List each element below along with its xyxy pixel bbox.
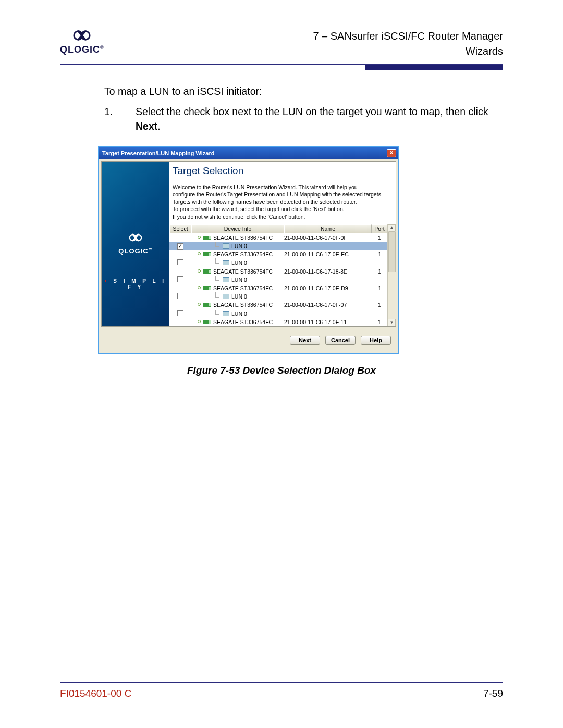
step-text: Select the check box next to the LUN on …: [136, 105, 503, 133]
scroll-up-icon[interactable]: ▲: [388, 224, 396, 231]
select-checkbox[interactable]: ✓: [177, 243, 183, 250]
port-cell: 1: [372, 268, 387, 275]
device-label: SEAGATE ST336754FC: [213, 302, 273, 308]
lun-row[interactable]: ✓LUN 0: [169, 242, 387, 250]
dialog-titlebar[interactable]: Target Presentation/LUN Mapping Wizard ×: [99, 147, 398, 159]
expand-icon[interactable]: [198, 269, 201, 273]
name-cell: 21-00-00-11-C6-17-0E-EC: [284, 251, 372, 257]
device-label: SEAGATE ST336754FC: [213, 251, 273, 257]
dialog-title: Target Presentation/LUN Mapping Wizard: [102, 150, 214, 156]
panel-title: Target Selection: [169, 162, 396, 180]
select-checkbox[interactable]: [177, 259, 183, 265]
help-button[interactable]: Help: [361, 336, 391, 345]
disk-icon: [203, 303, 211, 307]
device-label: SEAGATE ST336754FC: [213, 235, 273, 241]
disk-icon: [203, 269, 211, 274]
document-number: FI0154601-00 C: [60, 688, 131, 699]
name-cell: 21-00-00-11-C6-17-0F-11: [284, 319, 372, 325]
vertical-scrollbar[interactable]: ▲ ▼: [387, 224, 396, 326]
device-table: Select Device Info Name Port SEAGATE ST3…: [169, 224, 396, 326]
scroll-thumb[interactable]: [388, 231, 396, 272]
name-cell: 21-00-00-11-C6-17-0E-D9: [284, 285, 372, 291]
disk-icon: [203, 252, 211, 256]
expand-icon[interactable]: [198, 252, 201, 255]
device-label: SEAGATE ST336754FC: [213, 319, 273, 325]
side-brand-text: QLOGIC™: [118, 247, 152, 255]
qlogic-icon: [71, 29, 92, 42]
port-cell: 1: [372, 285, 387, 291]
device-label: SEAGATE ST336754FC: [213, 285, 273, 291]
scroll-down-icon[interactable]: ▼: [388, 319, 396, 326]
side-tagline: • S I M P L I F Y: [102, 278, 169, 290]
port-cell: 1: [372, 319, 387, 325]
lun-icon: [223, 243, 229, 249]
select-checkbox[interactable]: [177, 310, 183, 316]
lun-row[interactable]: LUN 0: [169, 292, 387, 301]
target-row[interactable]: SEAGATE ST336754FC21-00-00-11-C6-17-0F-0…: [169, 233, 387, 242]
col-port[interactable]: Port: [372, 224, 387, 233]
cancel-button[interactable]: Cancel: [325, 336, 356, 345]
next-button[interactable]: Next: [290, 336, 320, 345]
lun-label: LUN 0: [231, 277, 247, 283]
qlogic-icon: [128, 232, 143, 243]
disk-icon: [203, 286, 211, 290]
expand-icon[interactable]: [198, 320, 201, 323]
port-cell: 1: [372, 235, 387, 241]
figure-caption: Figure 7-53 Device Selection Dialog Box: [60, 365, 503, 376]
target-row[interactable]: SEAGATE ST336754FC21-00-00-11-C6-17-0E-E…: [169, 250, 387, 258]
name-cell: 21-00-00-11-C6-17-0F-07: [284, 302, 372, 308]
step-number: 1.: [104, 105, 136, 133]
expand-icon[interactable]: [198, 236, 201, 239]
brand-logo: QLOGIC®: [60, 29, 104, 55]
target-row[interactable]: SEAGATE ST336754FC21-00-00-11-C6-17-0F-1…: [169, 318, 387, 326]
target-row[interactable]: SEAGATE ST336754FC21-00-00-11-C6-17-0E-D…: [169, 284, 387, 292]
disk-icon: [203, 236, 211, 240]
target-row[interactable]: SEAGATE ST336754FC21-00-00-11-C6-17-18-3…: [169, 267, 387, 276]
lun-label: LUN 0: [231, 260, 247, 266]
page-header-section: 7 – SANsurfer iSCSI/FC Router Manager Wi…: [313, 29, 503, 59]
brand-text: QLOGIC®: [60, 44, 104, 55]
col-select[interactable]: Select: [169, 224, 191, 233]
col-device-info[interactable]: Device Info: [191, 224, 284, 233]
name-cell: 21-00-00-11-C6-17-18-3E: [284, 268, 372, 275]
col-name[interactable]: Name: [284, 224, 372, 233]
target-row[interactable]: SEAGATE ST336754FC21-00-00-11-C6-17-0F-0…: [169, 301, 387, 309]
lun-label: LUN 0: [231, 311, 247, 317]
lun-label: LUN 0: [231, 293, 247, 300]
close-icon[interactable]: ×: [387, 149, 396, 157]
header-accent: [365, 65, 503, 70]
disk-icon: [203, 320, 211, 324]
port-cell: 1: [372, 251, 387, 257]
select-checkbox[interactable]: [177, 293, 183, 299]
panel-intro: Welcome to the Router's LUN Presentation…: [169, 180, 396, 224]
name-cell: 21-00-00-11-C6-17-0F-0F: [284, 235, 372, 241]
lun-icon: [223, 277, 229, 282]
lun-row[interactable]: LUN 0: [169, 276, 387, 284]
expand-icon[interactable]: [198, 286, 201, 289]
lun-label: LUN 0: [231, 243, 247, 249]
lun-icon: [223, 311, 229, 316]
intro-text: To map a LUN to an iSCSI initiator:: [104, 84, 503, 98]
lun-row[interactable]: LUN 0: [169, 309, 387, 317]
page-number: 7-59: [483, 688, 503, 699]
wizard-side-panel: QLOGIC™ • S I M P L I F Y: [102, 162, 169, 326]
device-label: SEAGATE ST336754FC: [213, 268, 273, 275]
lun-icon: [223, 260, 229, 265]
lun-icon: [223, 294, 229, 299]
wizard-dialog: Target Presentation/LUN Mapping Wizard ×…: [98, 146, 399, 354]
port-cell: 1: [372, 302, 387, 308]
expand-icon[interactable]: [198, 303, 201, 306]
select-checkbox[interactable]: [177, 276, 183, 282]
lun-row[interactable]: LUN 0: [169, 258, 387, 267]
